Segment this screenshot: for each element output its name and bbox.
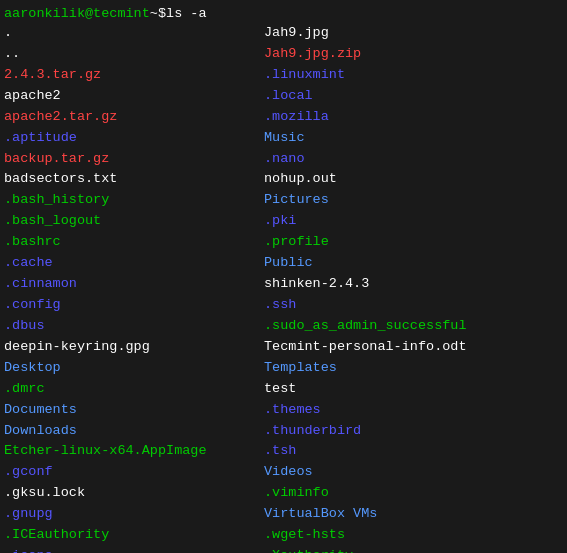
list-item: .tsh xyxy=(264,441,563,462)
list-item: Documents xyxy=(4,400,264,421)
list-item: test xyxy=(264,379,563,400)
list-item: VirtualBox VMs xyxy=(264,504,563,525)
list-item: nohup.out xyxy=(264,169,563,190)
list-item: .cache xyxy=(4,253,264,274)
list-item: .ICEauthority xyxy=(4,525,264,546)
list-item: .aptitude xyxy=(4,128,264,149)
list-item: apache2.tar.gz xyxy=(4,107,264,128)
list-item: Jah9.jpg.zip xyxy=(264,44,563,65)
list-item: apache2 xyxy=(4,86,264,107)
list-item: backup.tar.gz xyxy=(4,149,264,170)
list-item: Jah9.jpg xyxy=(264,23,563,44)
list-item: Pictures xyxy=(264,190,563,211)
terminal: aaronkilik@tecmint ~ $ ls -a ...2.4.3.ta… xyxy=(0,0,567,553)
command-text-1: ls -a xyxy=(166,6,207,21)
list-item: Desktop xyxy=(4,358,264,379)
col-right: Jah9.jpgJah9.jpg.zip.linuxmint.local.moz… xyxy=(264,23,563,553)
list-item: .dmrc xyxy=(4,379,264,400)
list-item: .bash_logout xyxy=(4,211,264,232)
list-item: .cinnamon xyxy=(4,274,264,295)
prompt-tilde-1: ~ xyxy=(150,6,158,21)
list-item: .sudo_as_admin_successful xyxy=(264,316,563,337)
list-item: .ssh xyxy=(264,295,563,316)
list-item: Downloads xyxy=(4,421,264,442)
list-item: Tecmint-personal-info.odt xyxy=(264,337,563,358)
list-item: Music xyxy=(264,128,563,149)
list-item: .local xyxy=(264,86,563,107)
file-listing: ...2.4.3.tar.gzapache2apache2.tar.gz.apt… xyxy=(4,23,563,553)
list-item: .wget-hsts xyxy=(264,525,563,546)
list-item: .mozilla xyxy=(264,107,563,128)
list-item: .config xyxy=(4,295,264,316)
list-item: .pki xyxy=(264,211,563,232)
list-item: .themes xyxy=(264,400,563,421)
list-item: 2.4.3.tar.gz xyxy=(4,65,264,86)
list-item: .linuxmint xyxy=(264,65,563,86)
list-item: .nano xyxy=(264,149,563,170)
list-item: .dbus xyxy=(4,316,264,337)
list-item: .. xyxy=(4,44,264,65)
prompt-dollar-1: $ xyxy=(158,6,166,21)
list-item: Templates xyxy=(264,358,563,379)
list-item: .thunderbird xyxy=(264,421,563,442)
list-item: .bash_history xyxy=(4,190,264,211)
prompt-line-1: aaronkilik@tecmint ~ $ ls -a xyxy=(4,6,563,21)
list-item: .profile xyxy=(264,232,563,253)
col-left: ...2.4.3.tar.gzapache2apache2.tar.gz.apt… xyxy=(4,23,264,553)
list-item: shinken-2.4.3 xyxy=(264,274,563,295)
list-item: . xyxy=(4,23,264,44)
list-item: .viminfo xyxy=(264,483,563,504)
list-item: .bashrc xyxy=(4,232,264,253)
list-item: .icons xyxy=(4,546,264,553)
list-item: Etcher-linux-x64.AppImage xyxy=(4,441,264,462)
list-item: Videos xyxy=(264,462,563,483)
list-item: .gconf xyxy=(4,462,264,483)
list-item: .gnupg xyxy=(4,504,264,525)
list-item: deepin-keyring.gpg xyxy=(4,337,264,358)
list-item: Public xyxy=(264,253,563,274)
user-host-1: aaronkilik@tecmint xyxy=(4,6,150,21)
list-item: .Xauthority xyxy=(264,546,563,553)
list-item: .gksu.lock xyxy=(4,483,264,504)
list-item: badsectors.txt xyxy=(4,169,264,190)
